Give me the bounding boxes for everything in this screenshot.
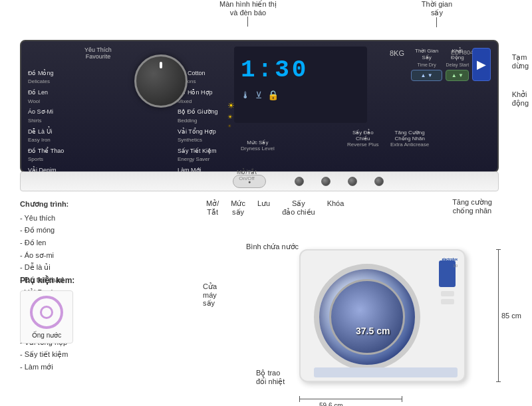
sun-mid-icon: ☀ [227, 114, 235, 120]
muc-say-panel-label: Mức Sấy Dryness Level [241, 140, 275, 152]
prog-do-mong: - Đồ móng [20, 224, 70, 237]
prog-yeu-thich: - Yêu thích [20, 212, 70, 225]
ong-nuoc-label: Ống nước [32, 332, 61, 339]
bottom-controls-row: ● [130, 175, 389, 188]
sun-dim-icon: ☀ [227, 124, 235, 129]
dial-marker [160, 62, 162, 68]
program-do-the-thao: Đồ Thể ThaoSports [28, 146, 134, 165]
connector-line2 [436, 17, 437, 27]
programs-left: Đồ MỏngDelicates Đồ LenWool Áo Sơ-MiShir… [28, 48, 134, 173]
program-de-la-ui: Dễ Là ỦiEasy Iron [28, 126, 134, 146]
small-knob-2[interactable] [321, 177, 331, 186]
connector-line [247, 17, 248, 27]
bottom-panel: ● Mở/Tắt On/Off [20, 171, 499, 191]
small-knob-3[interactable] [348, 177, 357, 186]
program-do-len: Đồ LenWool [28, 87, 134, 106]
say-dao-chieu-label: Sấy đảo chiều [282, 199, 315, 217]
accessory-ong-nuoc: Ống nước [20, 290, 73, 344]
dryer-btn-2[interactable] [441, 299, 454, 304]
dryer-btn-1[interactable] [441, 291, 454, 296]
dryer-container: electrolux 10 37.5 cm 85 cm [279, 249, 499, 399]
dryer-buttons [436, 291, 459, 304]
tang-cuong-chong-nhan-label: Tăng cường chống nhăn [452, 198, 492, 215]
sun-bright-icon: ☀ [227, 101, 235, 110]
play-pause-button[interactable]: ▶ [472, 48, 491, 81]
tang-cuong-panel: Tăng Cường Chống Nhăn Extra Anticrease [390, 130, 429, 148]
display-area: 1:30 🌡 ⊻ 🔒 [234, 47, 367, 123]
luu-label: Lưu [257, 199, 270, 208]
dryer-door-inner [329, 279, 405, 355]
program-dial[interactable] [134, 54, 188, 108]
dim-width-lines: 59.6 cm 66 cm [299, 399, 432, 406]
program-do-mong: Đồ MỏngDelicates [28, 68, 134, 87]
heat-icon: 🌡 [241, 90, 250, 100]
bracket-596-left [299, 396, 300, 402]
mo-tat-label: Mở/ Tắt [206, 199, 219, 217]
annotation-thoi-gian: Thời gian sấy [422, 0, 452, 27]
center-bottom-labels: Mở/ Tắt Mức sấy Lưu Sấy đảo chiều Khóa [206, 199, 344, 217]
bracket-596-right [402, 396, 402, 402]
bottom-tray [314, 367, 458, 377]
khoi-dong-block: Khởi Động Delay Start ▲ ▼ [446, 48, 469, 81]
ong-nuoc-circle [30, 296, 63, 329]
control-knobs [289, 177, 389, 186]
top-right-controls: Thời Gian Sấy Time Dry ▲ ▼ Khởi Động Del… [411, 48, 491, 81]
khoa-label: Khóa [327, 199, 344, 207]
small-knob-1[interactable] [295, 177, 304, 186]
annotation-man-hinh: Màn hình hiển thị và đèn báo [219, 0, 277, 27]
dim-line-85: 85 cm [498, 249, 499, 382]
program-ao-so-mi: Áo Sơ-MiShirts [28, 106, 134, 126]
right-annotations: Tạm dừng Khởi động [512, 53, 529, 108]
say-dao-chieu-panel: Sấy Đảo Chiều Reverse Plus [347, 130, 379, 148]
accessory-title: Phụ kiện kèm: [20, 276, 74, 285]
chuong-trinh-label: Chương trình: [20, 198, 70, 211]
dim-cap-top [496, 249, 501, 250]
bo-trao-doi-nhiet-label: Bộ trao đổi nhiệt [256, 369, 285, 386]
cua-may-say-label: Cửa máy sấy [203, 282, 217, 308]
accessory-section: Phụ kiện kèm: Ống nước [20, 276, 74, 344]
thoi-gian-text: Thời gian sấy [422, 0, 452, 17]
dryer-control-panel: electrolux 10 [436, 260, 459, 304]
door-size-label: 37.5 cm [356, 326, 390, 336]
electrolux-logo: electrolux [442, 257, 458, 261]
dim-cap-bottom [496, 381, 501, 382]
khoi-dong-annotation: Khởi động [512, 90, 529, 108]
small-knob-4[interactable] [374, 177, 384, 186]
man-hinh-text: Màn hình hiển thị và đèn báo [219, 0, 277, 17]
ong-nuoc-inner [40, 306, 53, 319]
kg-badge: 8KG [390, 49, 404, 57]
ten-year-badge: 10 [453, 264, 458, 268]
bottom-section: Phụ kiện kèm: Ống nước Bình chứa nước Cử… [0, 243, 532, 406]
thoi-gian-say-block: Thời Gian Sấy Time Dry ▲ ▼ [411, 48, 442, 81]
dryer-door[interactable]: 37.5 cm [314, 264, 420, 370]
khoi-dong-button[interactable]: ▲ ▼ [446, 70, 469, 81]
right-controls: Thời Gian Sấy Time Dry ▲ ▼ Khởi Động Del… [411, 48, 491, 86]
mo-tat-strip-label: Mở/Tắt On/Off [237, 169, 257, 181]
time-display: 1:30 [241, 56, 309, 84]
dim-line-596: 59.6 cm [299, 399, 402, 399]
sensor-icon: ⊻ [255, 90, 262, 100]
dim-85cm: 85 cm [498, 249, 499, 382]
display-icons: 🌡 ⊻ 🔒 [241, 90, 279, 100]
dim-85-label: 85 cm [501, 312, 521, 320]
lock-icon: 🔒 [267, 90, 279, 100]
brightness-icons: ☀ ☀ ☀ [227, 101, 235, 129]
muc-say-label: Mức sấy [231, 199, 245, 217]
dryer-body: electrolux 10 37.5 cm [299, 249, 466, 382]
time-dry-button[interactable]: ▲ ▼ [411, 70, 442, 81]
tam-dung-annotation: Tạm dừng [512, 53, 529, 70]
dim-596-label: 59.6 cm [319, 402, 343, 406]
machine-panel: Yêu Thích Favourite Đồ MỏngDelicates Đồ … [20, 40, 499, 173]
